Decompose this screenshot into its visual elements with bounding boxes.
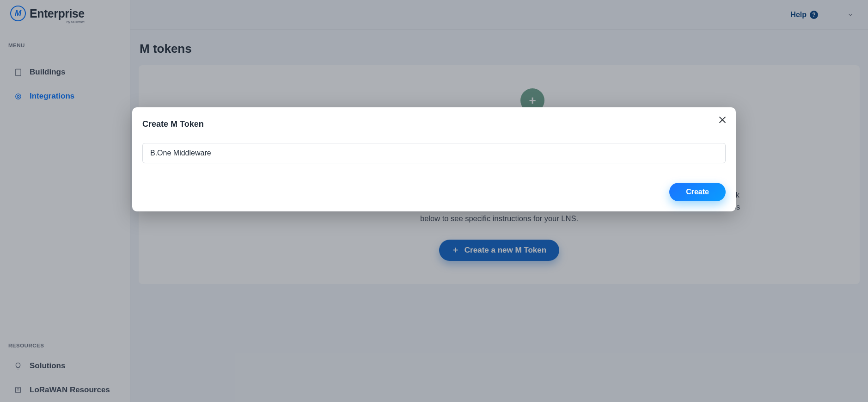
app-root: M Enterprise by MClimate MENU Buildings … (0, 0, 868, 402)
create-button[interactable]: Create (669, 183, 726, 201)
close-icon (717, 115, 727, 125)
create-token-modal: Create M Token Create (132, 107, 736, 211)
close-button[interactable] (715, 113, 729, 127)
modal-title: Create M Token (142, 119, 726, 129)
modal-footer: Create (142, 183, 726, 201)
modal-overlay[interactable]: Create M Token Create (0, 0, 868, 402)
token-name-input[interactable] (142, 143, 726, 163)
